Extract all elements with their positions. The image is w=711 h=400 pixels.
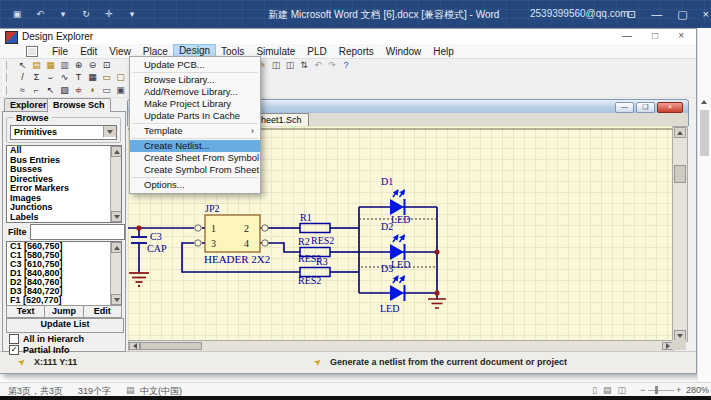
r3-type-label[interactable]: RES2 bbox=[298, 275, 321, 286]
d2-ref-label[interactable]: D2 bbox=[381, 221, 393, 232]
menu-reports[interactable]: Reports bbox=[333, 45, 380, 58]
menu-item-create-sheet-from-symbol[interactable]: Create Sheet From Symbol bbox=[130, 152, 260, 164]
round-rect-tool-icon[interactable]: ▢ bbox=[113, 71, 127, 84]
document-system-icon[interactable] bbox=[26, 46, 38, 57]
close-icon[interactable]: × bbox=[678, 30, 684, 41]
line-tool-icon[interactable]: / bbox=[15, 71, 29, 84]
checkbox-box[interactable] bbox=[9, 334, 19, 344]
d3-ref-label[interactable]: D3 bbox=[381, 263, 393, 274]
customize-caret-icon[interactable]: ▾ bbox=[125, 8, 139, 21]
r2-ref-label[interactable]: R2 bbox=[298, 236, 310, 247]
scroll-down-icon[interactable] bbox=[111, 294, 122, 305]
ground-symbol-right[interactable] bbox=[428, 299, 446, 308]
pie-tool-icon[interactable]: ⌐ bbox=[29, 84, 43, 97]
maximize-icon[interactable]: □ bbox=[652, 30, 658, 41]
curve-tool-icon[interactable]: ∿ bbox=[57, 71, 71, 84]
zoom-out-button[interactable]: − bbox=[640, 385, 645, 395]
browse-mode-select[interactable]: Primitives bbox=[10, 125, 117, 140]
print-layout-icon[interactable]: ▤ bbox=[603, 385, 612, 395]
combo-dropdown-button[interactable] bbox=[103, 126, 116, 137]
led-d1[interactable] bbox=[390, 190, 405, 215]
menu-file[interactable]: File bbox=[46, 45, 74, 58]
maximize-icon[interactable]: ❑ bbox=[636, 102, 655, 113]
r1-ref-label[interactable]: R1 bbox=[300, 212, 312, 223]
c3-type-label[interactable]: CAP bbox=[147, 243, 167, 254]
list-scrollbar[interactable] bbox=[110, 242, 121, 305]
scrollbar-thumb[interactable] bbox=[674, 165, 686, 183]
arc-tool-icon[interactable]: ⌣ bbox=[43, 71, 57, 84]
menu-item-create-netlist[interactable]: Create Netlist... bbox=[130, 140, 260, 152]
ground-tool-icon[interactable]: ≑ bbox=[71, 84, 85, 97]
filled-rect-tool-icon[interactable]: ▭ bbox=[99, 84, 113, 97]
rect-tool-icon[interactable]: ▭ bbox=[99, 71, 113, 84]
menu-item-update-parts-in-cache[interactable]: Update Parts In Cache bbox=[130, 110, 260, 122]
primitive-item[interactable]: F1 [520,770] bbox=[7, 296, 121, 305]
proofing-icon[interactable]: ▤ bbox=[126, 385, 135, 395]
menu-item-add-remove-library[interactable]: Add/Remove Library... bbox=[130, 86, 260, 98]
read-mode-icon[interactable]: ▯ bbox=[592, 385, 597, 395]
bezier-tool-icon[interactable]: ≈ bbox=[15, 84, 29, 97]
jump-button[interactable]: Jump bbox=[45, 305, 83, 318]
menu-item-update-pcb[interactable]: Update PCB... bbox=[130, 59, 260, 71]
polygon-tool-icon[interactable]: Σ bbox=[29, 71, 43, 84]
close-icon[interactable]: × bbox=[657, 102, 683, 113]
list-scrollbar[interactable] bbox=[110, 146, 121, 222]
edit-button[interactable]: Edit bbox=[84, 305, 122, 318]
tab-browse-sch[interactable]: Browse Sch bbox=[47, 98, 111, 112]
undo-icon[interactable]: ↶ bbox=[33, 8, 47, 21]
r3-ref-label[interactable]: R3 bbox=[316, 256, 328, 267]
update-list-button[interactable]: Update List bbox=[6, 318, 124, 333]
scroll-up-icon[interactable] bbox=[674, 127, 686, 138]
scroll-left-icon[interactable] bbox=[129, 342, 140, 350]
scroll-up-icon[interactable] bbox=[111, 146, 122, 157]
zoom-in-button[interactable]: + bbox=[676, 385, 681, 395]
node-tool-icon[interactable]: ◗ bbox=[85, 84, 99, 97]
resistor-bodies[interactable] bbox=[300, 224, 330, 277]
scroll-down-icon[interactable] bbox=[111, 211, 122, 222]
undo-caret-icon[interactable]: ▾ bbox=[56, 8, 70, 21]
minimize-icon[interactable]: — bbox=[622, 30, 632, 41]
menu-pld[interactable]: PLD bbox=[301, 45, 332, 58]
menu-item-make-project-library[interactable]: Make Project Library bbox=[130, 98, 260, 110]
zoom-slider-track[interactable] bbox=[648, 390, 674, 391]
zoom-level[interactable]: 280% bbox=[686, 385, 709, 395]
partial-info-checkbox[interactable]: ✓ Partial Info bbox=[9, 345, 70, 355]
menu-item-create-symbol-from-sheet[interactable]: Create Symbol From Sheet bbox=[130, 164, 260, 176]
capacitor-c3[interactable] bbox=[131, 237, 147, 243]
scroll-up-icon[interactable] bbox=[111, 242, 122, 253]
paste-array-icon[interactable]: ▨ bbox=[57, 84, 71, 97]
close-icon[interactable]: × bbox=[703, 8, 709, 20]
d1-ref-label[interactable]: D1 bbox=[381, 176, 393, 187]
toolbar-grip[interactable] bbox=[3, 73, 7, 82]
checkbox-box[interactable]: ✓ bbox=[9, 345, 19, 355]
toolbar-grip[interactable] bbox=[3, 86, 7, 95]
primitives-list[interactable]: C1 [560,750]C1 [580,750]C3 [610,750]D1 [… bbox=[6, 241, 122, 306]
text-tool-icon[interactable]: T bbox=[71, 71, 85, 84]
primitive-type-item[interactable]: Labels bbox=[7, 213, 121, 223]
toolbar-grip[interactable] bbox=[3, 61, 7, 70]
d3-type-label[interactable]: LED bbox=[380, 303, 399, 314]
menu-edit[interactable]: Edit bbox=[74, 45, 103, 58]
scrollbar-thumb[interactable] bbox=[140, 342, 202, 350]
zoom-slider-thumb[interactable] bbox=[655, 386, 658, 394]
menu-window[interactable]: Window bbox=[380, 45, 428, 58]
cursor-tool-icon[interactable]: ↖ bbox=[43, 84, 57, 97]
filter-input[interactable] bbox=[30, 224, 125, 240]
ribbon-options-icon[interactable]: ⊡ bbox=[627, 8, 636, 21]
filled-round-rect-tool-icon[interactable]: ▣ bbox=[113, 84, 127, 97]
minimize-icon[interactable]: — bbox=[615, 102, 634, 113]
tab-explorer[interactable]: Explorer bbox=[4, 98, 53, 112]
canvas-vertical-scrollbar[interactable] bbox=[672, 126, 688, 342]
led-d3[interactable] bbox=[390, 276, 405, 301]
jp2-type-label[interactable]: HEADER 2X2 bbox=[204, 253, 270, 265]
word-scrollbar[interactable] bbox=[697, 28, 711, 382]
scrollbar-thumb[interactable] bbox=[700, 110, 709, 156]
image-tool-icon[interactable]: ▦ bbox=[85, 71, 99, 84]
d2-type-label[interactable]: LED bbox=[391, 259, 410, 270]
menu-item-browse-library[interactable]: Browse Library... bbox=[130, 74, 260, 86]
jp2-ref-label[interactable]: JP2 bbox=[205, 203, 219, 214]
led-d2[interactable] bbox=[390, 235, 405, 260]
menu-item-template[interactable]: Template› bbox=[130, 125, 260, 137]
d1-type-label[interactable]: LED bbox=[391, 214, 410, 225]
touch-mode-icon[interactable]: ✛ bbox=[102, 8, 116, 21]
